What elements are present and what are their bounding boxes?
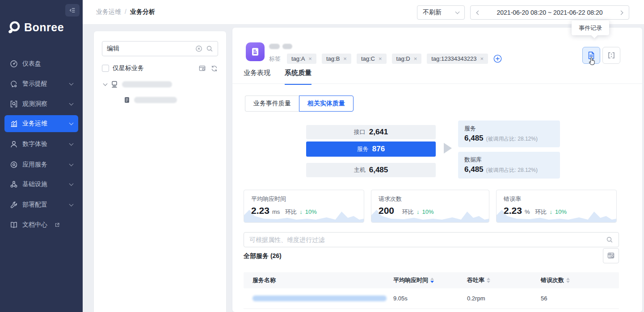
tag-text: tag:D <box>396 55 410 62</box>
chevron-down-icon <box>69 202 74 207</box>
sidebar-item-alerts[interactable]: 警示提醒 <box>4 75 78 92</box>
sidebar-item-label: 仪表盘 <box>22 60 41 68</box>
tag-chip[interactable]: tag:B× <box>322 54 351 64</box>
date-range-picker[interactable]: 2021-06-20 08:20 ~ 2021-06-22 08:20 <box>470 5 629 20</box>
column-settings-button[interactable] <box>603 248 619 263</box>
service-list-title: 全部服务 (26) <box>244 252 282 260</box>
sidebar-item-label: 文档中心 <box>22 221 47 229</box>
metric-unit: % <box>525 208 530 215</box>
sort-icon[interactable] <box>430 278 434 283</box>
tag-chip[interactable]: tag:A× <box>287 54 316 64</box>
compare-icon <box>607 51 616 60</box>
refresh-interval-select[interactable]: 不刷新 <box>417 5 465 20</box>
attribute-filter-input[interactable] <box>249 236 606 243</box>
search-icon[interactable] <box>606 236 613 243</box>
logo-text: Bonree <box>24 21 64 34</box>
external-link-icon <box>55 222 60 228</box>
book-icon <box>10 221 18 229</box>
document-icon <box>250 46 261 57</box>
breadcrumb-parent[interactable]: 业务运维 <box>96 8 121 15</box>
sidebar-collapse-button[interactable] <box>65 4 80 17</box>
tag-close-icon[interactable]: × <box>414 55 417 62</box>
tag-chip[interactable]: tag:D× <box>392 54 422 64</box>
clear-input-icon[interactable] <box>195 45 202 52</box>
sidebar-item-dashboard[interactable]: 仪表盘 <box>4 55 78 72</box>
entity-bar-service[interactable]: 服务 876 <box>306 141 436 157</box>
business-analysis-panel: 标签 tag:A× tag:B× tag:C× tag:D× tag:12334… <box>232 28 642 312</box>
business-system-icon <box>110 80 118 88</box>
metric-title: 平均响应时间 <box>251 195 286 203</box>
metric-value: 200 <box>379 205 394 216</box>
table-row[interactable]: 9.05s 0.2rpm 56 <box>244 288 619 309</box>
tag-close-icon[interactable]: × <box>343 55 347 62</box>
metric-card-avg-response-time: 平均响应时间 2.23 ms 环比 ↓ 10% <box>244 190 364 223</box>
dashboard-icon <box>10 60 18 68</box>
event-record-button[interactable] <box>582 47 600 64</box>
attribute-filter-box <box>244 232 619 247</box>
flow-arrow-icon <box>444 143 452 154</box>
redacted-service-name-link[interactable] <box>253 295 387 301</box>
sidebar-item-observability[interactable]: 观测洞察 <box>4 96 78 112</box>
sidebar-item-infrastructure[interactable]: 基础设施 <box>4 176 78 193</box>
tree-settings-icon[interactable] <box>198 65 206 72</box>
next-range-arrow-icon[interactable] <box>619 10 623 15</box>
chevron-down-icon <box>69 141 74 146</box>
tree-node-group[interactable] <box>104 80 172 88</box>
tags-label: 标签 <box>269 55 281 63</box>
tag-close-icon[interactable]: × <box>379 55 382 62</box>
sync-icon[interactable] <box>210 65 218 72</box>
sidebar-item-business-ops[interactable]: 业务运维 <box>4 115 78 132</box>
sidebar-item-label: 警示提醒 <box>22 80 47 88</box>
tree-node-leaf[interactable] <box>123 96 177 104</box>
column-header-avg-response[interactable]: 平均响应时间 <box>393 272 434 288</box>
metric-card-request-count: 请求次数 200 环比 ↓ 10% <box>371 190 489 223</box>
prev-range-arrow-icon[interactable] <box>476 10 481 15</box>
entity-bar-value: 876 <box>372 145 385 154</box>
add-tag-icon[interactable] <box>493 54 502 63</box>
tag-close-icon[interactable]: × <box>308 55 312 62</box>
compare-button[interactable] <box>602 47 620 64</box>
column-header-error-count[interactable]: 错误次数 <box>541 272 570 288</box>
tree-expand-icon[interactable] <box>103 82 108 86</box>
sidebar-item-digital-experience[interactable]: 数字体验 <box>4 136 78 153</box>
user-icon <box>10 140 18 148</box>
refresh-select-value: 不刷新 <box>423 8 442 17</box>
star-only-checkbox[interactable] <box>102 65 109 72</box>
tab-system-quality[interactable]: 系统质量 <box>285 69 311 85</box>
tab-business-performance[interactable]: 业务表现 <box>244 69 270 85</box>
breadcrumb: 业务运维/业务分析 <box>96 8 155 16</box>
tree-search-input[interactable] <box>107 45 192 52</box>
event-record-tooltip: 事件记录 <box>572 21 609 35</box>
tag-close-icon[interactable]: × <box>480 55 484 62</box>
tag-chip[interactable]: tag:12334343223× <box>427 54 488 64</box>
target-box-database: 数据库 6,485 (被调用占比: 28.12%) <box>458 152 560 179</box>
column-settings-icon <box>607 252 615 260</box>
tag-chip[interactable]: tag:C× <box>357 54 387 64</box>
subtab-business-event-quality[interactable]: 业务事件质量 <box>245 96 299 112</box>
entity-bar-interface[interactable]: 接口 2,641 <box>306 125 436 139</box>
metric-card-error-rate: 错误率 2.23 % 环比 ↓ 10% <box>496 190 617 223</box>
date-range-value: 2021-06-20 08:20 ~ 2021-06-22 08:20 <box>497 9 602 16</box>
sidebar: Bonree 仪表盘 警示提醒 观测洞察 业务运维 <box>0 0 83 312</box>
alert-icon <box>10 80 18 88</box>
top-header: 业务运维/业务分析 不刷新 2021-06-20 08:20 ~ 2021-06… <box>83 0 644 25</box>
column-header-throughput[interactable]: 吞吐率 <box>467 272 490 288</box>
sort-icon[interactable] <box>487 278 490 283</box>
sort-icon[interactable] <box>566 278 570 283</box>
sidebar-item-docs-center[interactable]: 文档中心 <box>4 216 78 233</box>
target-label: 数据库 <box>464 156 554 164</box>
star-filter-row: 仅星标业务 <box>102 63 218 73</box>
sidebar-item-deploy-config[interactable]: 部署配置 <box>4 196 78 213</box>
service-table-header: 服务名称 平均响应时间 吞吐率 错误次数 <box>244 272 619 288</box>
sidebar-item-app-services[interactable]: 应用服务 <box>4 156 78 173</box>
target-note: (被调用占比: 28.12%) <box>486 166 538 174</box>
entity-bar-host[interactable]: 主机 6,485 <box>306 163 436 177</box>
search-icon[interactable] <box>206 45 213 52</box>
subtab-related-entity-quality[interactable]: 相关实体质量 <box>299 96 354 112</box>
target-note: (被调用占比: 28.12%) <box>486 135 538 143</box>
main-tabs: 业务表现 系统质量 <box>244 69 311 85</box>
metric-title: 请求次数 <box>379 195 402 203</box>
entity-bar-label: 服务 <box>357 145 369 153</box>
app-service-icon <box>10 161 18 169</box>
sidebar-item-label: 应用服务 <box>22 161 47 169</box>
